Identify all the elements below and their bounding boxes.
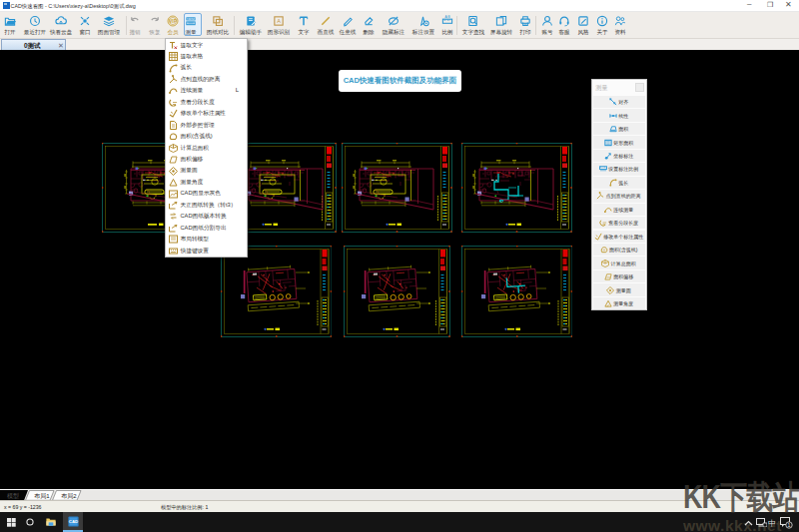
svg-text:A:B: A:B [444,15,449,19]
svg-text:CAD: CAD [68,519,77,524]
svg-text:A: A [277,18,281,24]
svg-text:布局2: 布局2 [61,493,77,500]
svg-text:布局1: 布局1 [34,493,50,500]
svg-text:模型: 模型 [7,492,19,500]
